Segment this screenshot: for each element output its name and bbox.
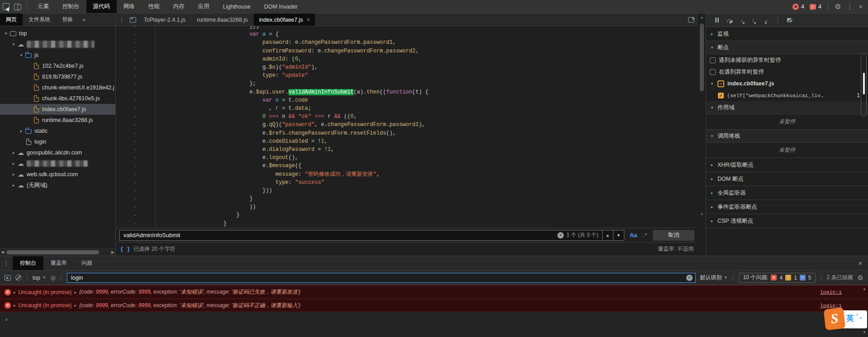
pause-icon[interactable] <box>715 18 719 23</box>
clear-search-icon[interactable]: × <box>557 232 564 239</box>
breakpoint-entry[interactable]: ✓(self["webpackChunkkuaicai_liv…1 <box>706 89 868 101</box>
previous-match-icon[interactable]: ▲ <box>602 230 613 241</box>
section-header-csp-violation-breakpoints[interactable]: ▸CSP 违规断点 <box>706 214 868 228</box>
tree-item[interactable]: ▸☁web.sdk.qcloud.com <box>0 169 115 180</box>
tree-item[interactable]: ▾☁ <box>0 39 115 50</box>
line-gutter[interactable]: - <box>116 187 156 195</box>
line-gutter[interactable]: - <box>116 38 156 47</box>
pretty-print-icon[interactable]: { } <box>120 246 130 253</box>
line-gutter[interactable]: - <box>116 30 156 38</box>
line-gutter[interactable]: - <box>116 47 156 55</box>
scroll-down-icon[interactable]: ▼ <box>698 212 706 216</box>
tree-item[interactable]: chunk-libs.427610e5.js <box>0 93 115 104</box>
expander-icon[interactable]: ▾ <box>3 31 9 36</box>
console-tab-issues[interactable]: 问题 <box>74 256 99 270</box>
pause-on-caught[interactable]: 在遇到异常时暂停 <box>706 66 868 78</box>
device-toolbar-icon[interactable] <box>14 4 21 10</box>
line-gutter[interactable]: - <box>116 170 156 178</box>
scroll-up-icon[interactable]: ▲ <box>698 15 706 19</box>
close-drawer-icon[interactable]: × <box>853 256 868 270</box>
line-gutter[interactable]: - <box>116 211 156 219</box>
line-gutter[interactable]: - <box>116 220 156 228</box>
expander-icon[interactable]: ▸ <box>14 290 16 295</box>
deactivate-breakpoints-icon[interactable] <box>787 18 793 23</box>
line-gutter[interactable]: - <box>116 121 156 129</box>
scroll-up-icon[interactable]: ▲ <box>863 287 866 291</box>
breakpoint-checkbox[interactable]: ✓ <box>718 93 724 98</box>
tab-performance[interactable]: 性能 <box>142 0 166 13</box>
step-into-icon[interactable]: ↓ <box>741 17 744 23</box>
line-gutter[interactable]: - <box>116 112 156 121</box>
sidebar-tab-overrides[interactable]: 替换 <box>56 14 79 26</box>
section-header-call-stack[interactable]: ▾调用堆栈 <box>706 130 868 142</box>
checkbox-pause-on-uncaught[interactable] <box>710 57 716 63</box>
cancel-button[interactable]: 取消 <box>653 230 694 241</box>
line-gutter[interactable]: - <box>116 88 156 96</box>
line-gutter[interactable]: - <box>116 154 156 162</box>
console-prompt[interactable]: › <box>0 312 868 323</box>
console-sidebar-icon[interactable]: ▶ <box>5 275 11 281</box>
editor-more-menu-icon[interactable]: ⋮ <box>116 14 127 26</box>
tree-item[interactable]: 102.7e2c4be7.js <box>0 61 115 71</box>
issues-badge[interactable]: ▪ 4 <box>810 4 821 10</box>
error-badge[interactable]: ✕ 4 <box>793 4 804 10</box>
line-gutter[interactable]: - <box>116 145 156 154</box>
expander-icon[interactable]: ▸ <box>18 129 24 133</box>
expander-icon[interactable]: ▸ <box>10 172 17 177</box>
line-gutter[interactable]: - <box>116 26 156 30</box>
console-error-row[interactable]: ✕▸Uncaught (in promise)▸{code: 9999, err… <box>0 299 868 312</box>
sidebar-tab-page[interactable]: 网页 <box>0 14 23 26</box>
inspect-icon[interactable] <box>3 3 9 10</box>
scrollbar-thumb[interactable] <box>6 250 99 254</box>
tab-console[interactable]: 控制台 <box>56 0 86 13</box>
tree-item[interactable]: ▾js <box>0 50 115 61</box>
line-gutter[interactable]: - <box>116 137 156 145</box>
line-gutter[interactable]: - <box>116 104 156 112</box>
expander-icon[interactable]: ▸ <box>75 290 77 295</box>
tab-lighthouse[interactable]: Lighthouse <box>216 0 257 13</box>
section-header-event-listener-breakpoints[interactable]: ▸事件监听器断点 <box>706 200 868 214</box>
line-gutter[interactable]: - <box>116 63 156 71</box>
tree-item[interactable]: chunk-elementUI.e1918e42.j <box>0 82 115 93</box>
tree-item[interactable]: ▸☁gosspublic.alicdn.com <box>0 147 115 158</box>
pause-on-uncaught[interactable]: 遇到未捕获的异常时暂停 <box>706 54 868 66</box>
tree-item[interactable]: ▾top <box>0 28 115 39</box>
tab-dom-invader[interactable]: DOM Invader <box>257 0 304 13</box>
section-header-dom-breakpoints[interactable]: ▸DOM 断点 <box>706 172 868 186</box>
line-gutter[interactable]: - <box>116 55 156 63</box>
live-expression-icon[interactable]: ◎ <box>51 274 56 281</box>
tab-memory[interactable]: 内存 <box>166 0 191 13</box>
line-gutter[interactable]: - <box>116 80 156 88</box>
sidebar-tab-more-tabs[interactable]: » <box>79 14 89 26</box>
section-header-xhr-breakpoints[interactable]: ▸XHR/提取断点 <box>706 158 868 172</box>
line-gutter[interactable]: - <box>116 162 156 170</box>
sidebar-tab-filesystem[interactable]: 文件系统 <box>23 14 56 26</box>
expander-icon[interactable]: ▸ <box>75 303 77 308</box>
tree-item[interactable]: ▸☁ <box>0 158 115 169</box>
tab-sources[interactable]: 源代码 <box>86 0 117 13</box>
tree-item[interactable]: 819.fb739877.js <box>0 71 115 82</box>
section-header-global-listeners[interactable]: ▸全局监听器 <box>706 186 868 200</box>
expander-icon[interactable]: ▾ <box>10 42 17 47</box>
step-over-icon[interactable] <box>727 18 732 23</box>
editor-vscrollbar[interactable]: ▲ ▼ <box>698 14 706 256</box>
tree-item[interactable]: runtime.8aac3268.js <box>0 115 115 126</box>
console-tab-console[interactable]: 控制台 <box>13 256 43 270</box>
line-gutter[interactable]: - <box>116 178 156 187</box>
scrollbar-thumb[interactable] <box>700 23 704 91</box>
scroll-down-icon[interactable]: ▼ <box>863 330 866 334</box>
source-link[interactable]: login:1 <box>820 303 842 309</box>
next-match-icon[interactable]: ▼ <box>613 230 624 241</box>
regex-toggle[interactable]: .* <box>642 232 647 239</box>
section-header-scope[interactable]: ▾作用域 <box>706 101 868 114</box>
ime-widget[interactable]: S 英 ’， <box>825 309 867 330</box>
console-tab-coverage[interactable]: 覆盖率 <box>43 256 74 270</box>
checkbox-pause-on-caught[interactable] <box>710 69 716 75</box>
tree-item[interactable]: ▸☁(无网域) <box>0 180 115 191</box>
more-menu-icon[interactable]: ⋮ <box>846 3 853 10</box>
tree-item[interactable]: login <box>0 136 115 147</box>
section-header-breakpoints[interactable]: ▾断点 <box>706 41 868 54</box>
console-settings-icon[interactable]: ⚙ <box>858 274 863 281</box>
tree-item[interactable]: index.cb0faee7.js <box>0 104 115 115</box>
pane-vscrollbar[interactable] <box>861 53 867 117</box>
